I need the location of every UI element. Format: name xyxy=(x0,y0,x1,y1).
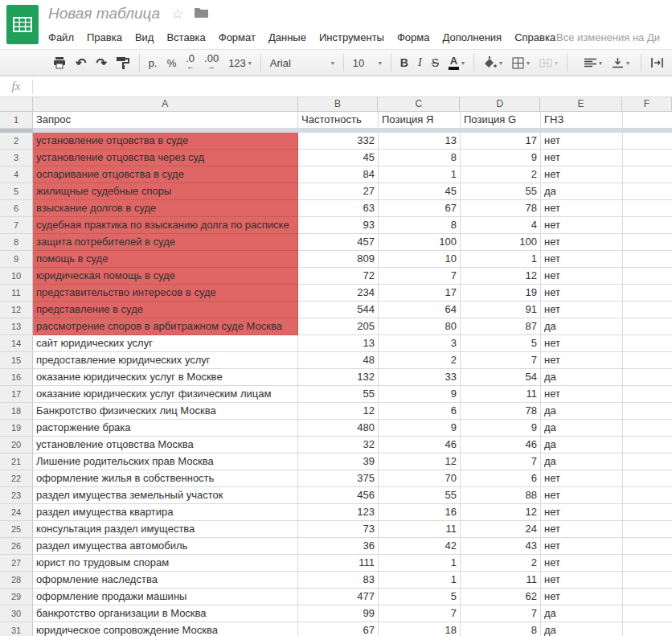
column-header-C[interactable]: C xyxy=(378,97,460,112)
column-header-B[interactable]: B xyxy=(298,97,379,112)
cell-E10[interactable]: нет xyxy=(541,268,623,285)
cell-B19[interactable]: 480 xyxy=(298,420,379,437)
row-number[interactable]: 17 xyxy=(0,386,33,403)
bold-button[interactable]: B xyxy=(395,53,413,72)
cell-F18[interactable] xyxy=(623,403,672,420)
cell-F14[interactable] xyxy=(623,335,672,352)
row-number[interactable]: 28 xyxy=(0,572,33,589)
cell-E1[interactable]: ГНЗ xyxy=(541,112,623,129)
cell-C2[interactable]: 13 xyxy=(379,133,461,150)
cell-C8[interactable]: 100 xyxy=(379,234,461,251)
cell-F10[interactable] xyxy=(623,268,672,285)
row-number[interactable]: 16 xyxy=(0,369,33,386)
cell-B22[interactable]: 375 xyxy=(298,470,379,487)
cell-D9[interactable]: 1 xyxy=(461,251,541,268)
cell-A28[interactable]: оформление наследства xyxy=(33,572,298,589)
cell-A8[interactable]: защита потребителей в суде xyxy=(33,234,298,251)
cell-A15[interactable]: предоставление юридических услуг xyxy=(33,352,298,369)
cell-E26[interactable]: нет xyxy=(541,538,623,555)
cell-A30[interactable]: банкротство организации в Москва xyxy=(33,605,298,622)
row-number[interactable]: 21 xyxy=(0,453,33,470)
row-number[interactable]: 20 xyxy=(0,437,33,453)
cell-F2[interactable] xyxy=(623,133,672,150)
menu-item[interactable]: Инструменты xyxy=(313,29,391,46)
row-number[interactable]: 23 xyxy=(0,487,33,504)
cell-B20[interactable]: 32 xyxy=(298,437,379,453)
decrease-decimals-button[interactable]: .0 ← xyxy=(181,53,199,72)
column-header-F[interactable]: F xyxy=(622,97,672,112)
cell-B4[interactable]: 84 xyxy=(298,166,379,183)
cell-F8[interactable] xyxy=(623,234,672,251)
cell-B10[interactable]: 72 xyxy=(298,268,379,285)
row-number[interactable]: 12 xyxy=(0,302,33,318)
cell-E12[interactable]: нет xyxy=(541,302,623,318)
cell-C28[interactable]: 1 xyxy=(379,572,461,589)
cell-C17[interactable]: 9 xyxy=(379,386,461,403)
cell-F11[interactable] xyxy=(623,285,672,302)
cell-A5[interactable]: жилищные судебные споры xyxy=(33,183,298,200)
cell-F7[interactable] xyxy=(623,217,672,234)
merge-cells-button[interactable]: ▾ xyxy=(535,53,563,72)
cell-E20[interactable]: да xyxy=(541,437,623,453)
cell-F28[interactable] xyxy=(623,572,672,589)
row-number[interactable]: 30 xyxy=(0,605,33,622)
cell-B16[interactable]: 132 xyxy=(298,369,379,386)
cell-E30[interactable]: да xyxy=(541,605,623,622)
menu-item[interactable]: Файл xyxy=(42,29,80,46)
row-number[interactable]: 9 xyxy=(0,251,33,268)
cell-E22[interactable]: нет xyxy=(541,470,623,487)
cell-D17[interactable]: 11 xyxy=(461,386,541,403)
cell-B27[interactable]: 111 xyxy=(298,555,379,572)
cell-E7[interactable]: нет xyxy=(541,217,623,234)
cell-E19[interactable]: да xyxy=(541,420,623,437)
row-number[interactable]: 15 xyxy=(0,352,33,369)
cell-B3[interactable]: 45 xyxy=(298,150,379,166)
cell-D4[interactable]: 2 xyxy=(461,166,541,183)
cell-A12[interactable]: представление в суде xyxy=(33,302,298,318)
formula-input[interactable] xyxy=(33,79,672,95)
cell-B30[interactable]: 99 xyxy=(298,605,379,622)
row-number[interactable]: 18 xyxy=(0,403,33,420)
cell-D8[interactable]: 100 xyxy=(461,234,541,251)
cell-A4[interactable]: оспаривание отцовства в суде xyxy=(33,166,298,183)
cell-A25[interactable]: консультация раздел имущества xyxy=(33,521,298,538)
cell-D18[interactable]: 78 xyxy=(461,403,541,420)
cell-C9[interactable]: 10 xyxy=(379,251,461,268)
row-number[interactable]: 31 xyxy=(0,622,33,636)
row-number[interactable]: 14 xyxy=(0,335,33,352)
wrap-text-button[interactable] xyxy=(645,53,669,72)
cell-D1[interactable]: Позиция G xyxy=(461,112,541,129)
cell-D12[interactable]: 91 xyxy=(461,302,541,318)
cell-F9[interactable] xyxy=(623,251,672,268)
cell-A9[interactable]: помощь в суде xyxy=(33,251,298,268)
cell-F3[interactable] xyxy=(623,150,672,166)
cell-F21[interactable] xyxy=(623,453,672,470)
cell-F25[interactable] xyxy=(623,521,672,538)
row-number[interactable]: 29 xyxy=(0,589,33,605)
cell-E23[interactable]: нет xyxy=(541,487,623,504)
row-number[interactable]: 24 xyxy=(0,504,33,521)
cell-C1[interactable]: Позиция Я xyxy=(379,112,461,129)
cell-E31[interactable]: да xyxy=(541,622,623,636)
cell-B25[interactable]: 73 xyxy=(298,521,379,538)
row-number[interactable]: 19 xyxy=(0,420,33,437)
cell-D20[interactable]: 46 xyxy=(461,437,541,453)
cell-F19[interactable] xyxy=(623,420,672,437)
cell-C18[interactable]: 6 xyxy=(379,403,461,420)
cell-A18[interactable]: Банкротство физических лиц Москва xyxy=(33,403,298,420)
document-title[interactable]: Новая таблица xyxy=(48,5,160,23)
cell-C26[interactable]: 42 xyxy=(379,538,461,555)
cell-E2[interactable]: нет xyxy=(541,133,623,150)
cell-E6[interactable]: нет xyxy=(541,200,623,217)
fill-color-button[interactable]: ▾ xyxy=(478,53,507,72)
menu-item[interactable]: Данные xyxy=(262,29,313,46)
cell-B6[interactable]: 63 xyxy=(298,200,379,217)
cell-C21[interactable]: 12 xyxy=(379,453,461,470)
row-number[interactable]: 1 xyxy=(0,112,33,129)
cell-C12[interactable]: 64 xyxy=(379,302,461,318)
cell-A22[interactable]: оформление жилья в собственность xyxy=(33,470,298,487)
cell-C6[interactable]: 67 xyxy=(379,200,461,217)
cell-F17[interactable] xyxy=(623,386,672,403)
folder-icon[interactable] xyxy=(195,6,208,21)
cell-A2[interactable]: установление отцовства в суде xyxy=(33,133,298,150)
